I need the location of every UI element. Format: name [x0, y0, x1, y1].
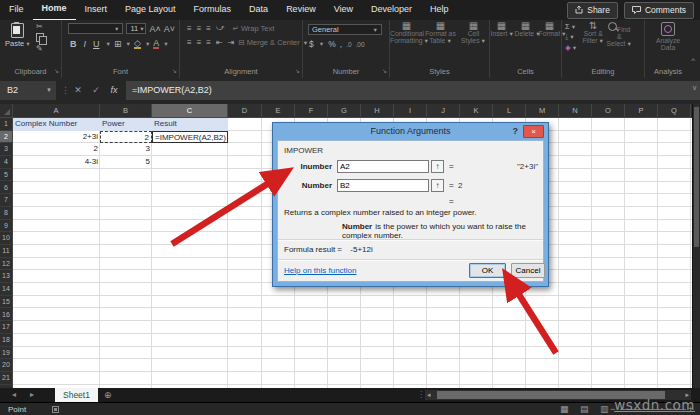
cell-B1[interactable]: Power — [100, 118, 152, 131]
insert-cells-button[interactable]: ▦Insert▼ — [491, 22, 513, 38]
column-header-M[interactable]: M — [526, 104, 559, 118]
row-header-17[interactable]: 17 — [0, 321, 13, 334]
enter-entry-button[interactable]: ✓ — [88, 81, 104, 100]
normal-view-icon[interactable]: ▦ — [560, 403, 569, 415]
cell-A2[interactable]: 2+3i — [13, 131, 100, 144]
cancel-button[interactable]: Cancel — [511, 263, 545, 278]
row-header-15[interactable]: 15 — [0, 296, 13, 309]
cell-B2[interactable]: 2 — [100, 131, 152, 144]
merge-center-button[interactable]: Merge & Center — [247, 38, 300, 47]
column-header-K[interactable]: K — [460, 104, 493, 118]
column-header-B[interactable]: B — [100, 104, 152, 118]
sheet-tab-sheet1[interactable]: Sheet1 — [55, 388, 98, 402]
alignment-dialog-launcher[interactable]: ↘ — [295, 66, 300, 77]
cell-A4[interactable]: 4-3i — [13, 156, 100, 169]
column-header-Q[interactable]: Q — [658, 104, 691, 118]
copy-icon[interactable] — [36, 33, 44, 42]
cell-A3[interactable]: 2 — [13, 143, 100, 156]
row-header-10[interactable]: 10 — [0, 232, 13, 245]
macro-record-icon[interactable] — [52, 406, 59, 413]
orientation-icon[interactable]: ⤻ — [215, 23, 226, 33]
row-header-14[interactable]: 14 — [0, 283, 13, 296]
column-header-J[interactable]: J — [427, 104, 460, 118]
format-painter-icon[interactable]: ✎ — [36, 44, 44, 53]
column-header-O[interactable]: O — [592, 104, 625, 118]
row-header-1[interactable]: 1 — [0, 118, 13, 131]
row-header-13[interactable]: 13 — [0, 270, 13, 283]
cell-B4[interactable]: 5 — [100, 156, 152, 169]
name-box-chevron-icon[interactable]: ▼ — [46, 81, 52, 100]
page-layout-view-icon[interactable]: ▤ — [580, 403, 589, 415]
delete-cells-button[interactable]: ▦Delete▼ — [515, 22, 537, 38]
tab-help[interactable]: Help — [421, 0, 458, 19]
select-all-corner[interactable] — [0, 104, 13, 118]
column-header-F[interactable]: F — [295, 104, 328, 118]
cell-A1[interactable]: Complex Number — [13, 118, 100, 131]
bold-button[interactable]: B — [68, 39, 79, 49]
font-dialog-launcher[interactable]: ↘ — [172, 66, 177, 77]
row-header-12[interactable]: 12 — [0, 258, 13, 271]
align-right-icon[interactable]: ≡ — [205, 38, 212, 47]
tab-insert[interactable]: Insert — [76, 0, 117, 19]
sheet-nav-prev-icon[interactable]: ◂ — [12, 388, 16, 402]
align-top-icon[interactable]: ≡ — [186, 24, 193, 33]
cancel-entry-button[interactable]: ✕ — [70, 81, 86, 100]
tab-home[interactable]: Home — [33, 0, 76, 21]
vertical-scrollbar-thumb[interactable] — [694, 107, 699, 247]
tab-view[interactable]: View — [325, 0, 362, 19]
decrease-font-icon[interactable]: A˅ — [164, 24, 175, 34]
name-box[interactable]: B2▼ — [0, 81, 56, 100]
paste-button[interactable]: Paste▼ — [5, 23, 29, 48]
add-sheet-button[interactable]: ⊕ — [104, 388, 112, 402]
font-name-select[interactable]: ▼ — [68, 23, 123, 34]
cell-styles-button[interactable]: ▦Cell Styles▼ — [458, 22, 489, 45]
row-header-7[interactable]: 7 — [0, 194, 13, 207]
row-header-16[interactable]: 16 — [0, 309, 13, 322]
column-header-A[interactable]: A — [13, 104, 100, 118]
wrap-text-button[interactable]: Wrap Text — [241, 24, 275, 33]
find-select-button[interactable]: Find & Select▼ — [606, 22, 632, 66]
scrollbar-splitter[interactable]: ⋮ — [417, 390, 425, 400]
tab-review[interactable]: Review — [277, 0, 325, 19]
cell-B3[interactable]: 3 — [100, 143, 152, 156]
clipboard-dialog-launcher[interactable]: ↘ — [54, 66, 59, 77]
tab-file[interactable]: File — [0, 0, 33, 19]
row-header-8[interactable]: 8 — [0, 207, 13, 220]
decrease-decimal-button[interactable]: .00 — [356, 41, 365, 48]
column-header-N[interactable]: N — [559, 104, 592, 118]
column-header-D[interactable]: D — [228, 104, 262, 118]
font-size-select[interactable]: 11▼ — [126, 23, 146, 34]
align-center-icon[interactable]: ≡ — [196, 38, 203, 47]
format-cells-button[interactable]: ▦Format▼ — [539, 22, 561, 38]
indent-increase-icon[interactable]: ⇥ — [227, 38, 236, 47]
currency-format-button[interactable]: $ — [309, 39, 314, 49]
tab-data[interactable]: Data — [240, 0, 277, 19]
cell-C1[interactable]: Result — [152, 118, 228, 131]
row-header-3[interactable]: 3 — [0, 143, 13, 156]
row-header-2[interactable]: 2 — [0, 131, 13, 144]
dialog-help-button[interactable]: ? — [513, 123, 519, 140]
row-header-4[interactable]: 4 — [0, 156, 13, 169]
percent-format-button[interactable]: % — [328, 39, 336, 49]
row-header-5[interactable]: 5 — [0, 169, 13, 182]
tab-formulas[interactable]: Formulas — [185, 0, 241, 19]
number-input[interactable] — [337, 179, 429, 192]
row-header-11[interactable]: 11 — [0, 245, 13, 258]
underline-button[interactable]: U — [91, 39, 102, 49]
fill-button[interactable]: ⤓▼ — [565, 32, 577, 42]
number-format-select[interactable]: General▼ — [308, 24, 382, 35]
comments-button[interactable]: Comments — [624, 2, 694, 19]
insert-function-button[interactable]: fx — [106, 81, 122, 100]
cut-icon[interactable]: ✂ — [36, 22, 44, 31]
row-header-9[interactable]: 9 — [0, 220, 13, 233]
number-dialog-launcher[interactable]: ↘ — [382, 66, 387, 77]
format-as-table-button[interactable]: ▦Format as Table▼ — [425, 22, 456, 45]
cell-C2[interactable]: =IMPOWER(A2,B2) — [152, 131, 228, 144]
column-header-L[interactable]: L — [493, 104, 526, 118]
scroll-left-icon[interactable]: ◂ — [427, 390, 431, 400]
align-left-icon[interactable]: ≡ — [186, 38, 193, 47]
increase-decimal-button[interactable]: .0 — [346, 41, 351, 48]
inumber-collapse-button[interactable]: ↑ — [431, 160, 444, 173]
italic-button[interactable]: I — [82, 39, 89, 49]
sort-filter-button[interactable]: ⇅Sort & Filter▼ — [580, 22, 606, 66]
